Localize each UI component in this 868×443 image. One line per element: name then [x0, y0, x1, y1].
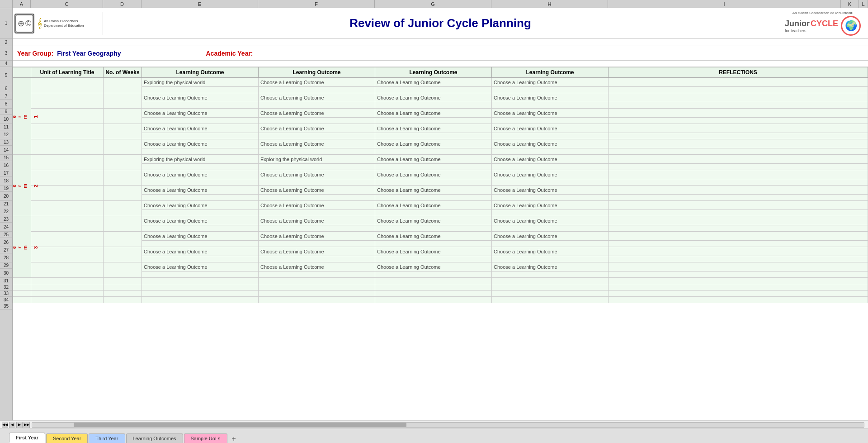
- lo1-t3-r4[interactable]: Choose a Learning Outcome: [142, 262, 259, 272]
- lo2-t2-r2[interactable]: Choose a Learning Outcome: [259, 170, 375, 179]
- ref-t2-r1[interactable]: [609, 155, 868, 164]
- lo3-t1-r2[interactable]: Choose a Learning Outcome: [375, 93, 492, 102]
- nav-right-right[interactable]: ▶▶: [24, 422, 30, 428]
- lo2-t2-r1[interactable]: Exploring the physical world: [259, 155, 375, 164]
- lo1-t3-r1[interactable]: Choose a Learning Outcome: [142, 216, 259, 225]
- lo4-t2-r2[interactable]: Choose a Learning Outcome: [492, 170, 609, 179]
- lo2-t3-r3[interactable]: Choose a Learning Outcome: [259, 247, 375, 256]
- lo1-t2-r1[interactable]: Exploring the physical world: [142, 155, 259, 164]
- lo3-t3-r2[interactable]: Choose a Learning Outcome: [375, 232, 492, 241]
- weeks-cell-t3-4: [104, 262, 142, 278]
- main-area: 1 2 3 4 5 6 7 8 9 10 11 12 13 14 15 16 1…: [0, 8, 868, 420]
- lo3-t1-r4[interactable]: Choose a Learning Outcome: [375, 124, 492, 133]
- lo1-t1-r3[interactable]: Choose a Learning Outcome: [142, 109, 259, 118]
- ref-t1-r3[interactable]: [609, 109, 868, 118]
- lo2-t1-r3[interactable]: Choose a Learning Outcome: [259, 109, 375, 118]
- lo3-t3-r4[interactable]: Choose a Learning Outcome: [375, 262, 492, 272]
- tab-third-year[interactable]: Third Year: [89, 433, 125, 443]
- lo1-t1-r1[interactable]: Exploring the physical world: [142, 78, 259, 87]
- ref-t3-r2[interactable]: [609, 232, 868, 241]
- lo3-t1-r3[interactable]: Choose a Learning Outcome: [375, 109, 492, 118]
- ref-t2-r3[interactable]: [609, 186, 868, 195]
- weeks-cell-t2-2: [104, 170, 142, 186]
- lo2-t2-r3[interactable]: Choose a Learning Outcome: [259, 186, 375, 195]
- tab-sample-uols[interactable]: Sample UoLs: [184, 433, 227, 443]
- lo4-t1-r3[interactable]: Choose a Learning Outcome: [492, 109, 609, 118]
- weeks-cell-t2-3: [104, 186, 142, 201]
- lo4-t3-r4[interactable]: Choose a Learning Outcome: [492, 262, 609, 272]
- nav-left-left[interactable]: ◀◀: [2, 422, 8, 428]
- unit-cell-t2-1: [31, 155, 104, 170]
- jct-brand: Junior CYCLE: [785, 19, 838, 29]
- cc-license-logo: ⊕ ©: [14, 14, 34, 33]
- lo1-t1-s1: [142, 87, 259, 93]
- tab-second-year[interactable]: Second Year: [46, 433, 88, 443]
- lo2-t3-r2[interactable]: Choose a Learning Outcome: [259, 232, 375, 241]
- ref-t1-r5[interactable]: [609, 139, 868, 148]
- harp-icon: 𝄞: [37, 18, 42, 29]
- lo1-t3-r3[interactable]: Choose a Learning Outcome: [142, 247, 259, 256]
- lo4-t1-r1[interactable]: Choose a Learning Outcome: [492, 78, 609, 87]
- ref-t3-r1[interactable]: [609, 216, 868, 225]
- lo2-t1-r4[interactable]: Choose a Learning Outcome: [259, 124, 375, 133]
- lo4-t3-r1[interactable]: Choose a Learning Outcome: [492, 216, 609, 225]
- lo2-t3-r1[interactable]: Choose a Learning Outcome: [259, 216, 375, 225]
- lo4-t1-r5[interactable]: Choose a Learning Outcome: [492, 139, 609, 148]
- scrollbar-thumb[interactable]: [74, 423, 406, 427]
- lo2-t1-r5[interactable]: Choose a Learning Outcome: [259, 139, 375, 148]
- lo4-t2-r3[interactable]: Choose a Learning Outcome: [492, 186, 609, 195]
- lo1-t1-r4[interactable]: Choose a Learning Outcome: [142, 124, 259, 133]
- globe-icon: 🌍: [841, 16, 861, 36]
- lo1-t2-r2[interactable]: Choose a Learning Outcome: [142, 170, 259, 179]
- ref-t3-r3[interactable]: [609, 247, 868, 256]
- lo3-t1-r5[interactable]: Choose a Learning Outcome: [375, 139, 492, 148]
- ref-t1-r4[interactable]: [609, 124, 868, 133]
- ref-t2-r4[interactable]: [609, 201, 868, 210]
- lo1-t1-r2[interactable]: Choose a Learning Outcome: [142, 93, 259, 102]
- scrollbar-row: ◀◀ ◀ ▶ ▶▶: [0, 420, 868, 429]
- term1-cell: Term1: [13, 78, 31, 155]
- th-lo2: Learning Outcome: [259, 67, 375, 78]
- row-4-blank: [13, 61, 868, 67]
- nav-left[interactable]: ◀: [9, 422, 15, 428]
- lo2-t1-r2[interactable]: Choose a Learning Outcome: [259, 93, 375, 102]
- lo1-t1-r5[interactable]: Choose a Learning Outcome: [142, 139, 259, 148]
- rownum-14: 14: [0, 146, 12, 155]
- lo1-t2-r4[interactable]: Choose a Learning Outcome: [142, 201, 259, 210]
- lo3-t3-r1[interactable]: Choose a Learning Outcome: [375, 216, 492, 225]
- lo1-t3-r2[interactable]: Choose a Learning Outcome: [142, 232, 259, 241]
- lo2-t3-r4[interactable]: Choose a Learning Outcome: [259, 262, 375, 272]
- rownum-6: 6: [0, 84, 12, 93]
- lo4-t3-r3[interactable]: Choose a Learning Outcome: [492, 247, 609, 256]
- horizontal-scrollbar[interactable]: [32, 422, 864, 428]
- lo3-t1-r1[interactable]: Choose a Learning Outcome: [375, 78, 492, 87]
- ref-t2-r2[interactable]: [609, 170, 868, 179]
- lo3-t2-r1[interactable]: Choose a Learning Outcome: [375, 155, 492, 164]
- lo3-t2-r3[interactable]: Choose a Learning Outcome: [375, 186, 492, 195]
- ref-t3-r4[interactable]: [609, 262, 868, 272]
- lo3-t3-r3[interactable]: Choose a Learning Outcome: [375, 247, 492, 256]
- ref-t1-r2[interactable]: [609, 93, 868, 102]
- table-row: Choose a Learning Outcome Choose a Learn…: [13, 247, 868, 256]
- lo2-t2-r4[interactable]: Choose a Learning Outcome: [259, 201, 375, 210]
- lo3-t2-r4[interactable]: Choose a Learning Outcome: [375, 201, 492, 210]
- rownum-16: 16: [0, 161, 12, 170]
- tab-learning-outcomes[interactable]: Learning Outcomes: [126, 433, 183, 443]
- tab-first-year[interactable]: First Year: [9, 433, 45, 443]
- add-sheet-button[interactable]: +: [228, 435, 240, 443]
- lo4-t1-r2[interactable]: Choose a Learning Outcome: [492, 93, 609, 102]
- row-numbers: 1 2 3 4 5 6 7 8 9 10 11 12 13 14 15 16 1…: [0, 8, 13, 420]
- lo1-t2-r3[interactable]: Choose a Learning Outcome: [142, 186, 259, 195]
- lo4-t1-r4[interactable]: Choose a Learning Outcome: [492, 124, 609, 133]
- lo3-t2-r2[interactable]: Choose a Learning Outcome: [375, 170, 492, 179]
- lo4-t2-r1[interactable]: Choose a Learning Outcome: [492, 155, 609, 164]
- ref-t1-r1[interactable]: [609, 78, 868, 87]
- nav-arrows[interactable]: ◀◀ ◀ ▶ ▶▶: [2, 422, 30, 428]
- lo4-t3-r2[interactable]: Choose a Learning Outcome: [492, 232, 609, 241]
- logo-cell: ⊕ © 𝄞 An Roinn Oideachais Department of …: [13, 12, 103, 35]
- academic-year-label: Academic Year:: [206, 50, 253, 57]
- nav-right[interactable]: ▶: [16, 422, 23, 428]
- rownum-13: 13: [0, 139, 12, 146]
- lo2-t1-r1[interactable]: Choose a Learning Outcome: [259, 78, 375, 87]
- lo4-t2-r4[interactable]: Choose a Learning Outcome: [492, 201, 609, 210]
